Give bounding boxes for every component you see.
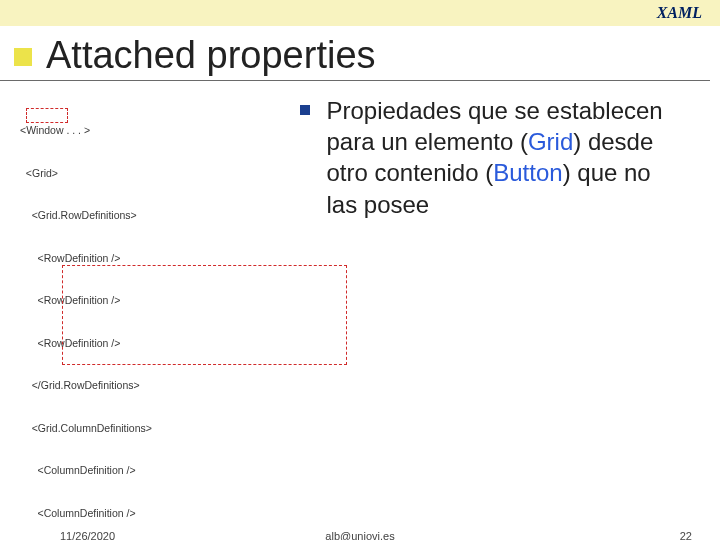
footer-page-number: 22 [680,530,692,540]
blue-word-grid: Grid [528,128,573,155]
code-line: <ColumnDefinition /> [20,506,383,520]
header-bar: XAML [0,0,720,26]
blue-word-button: Button [493,159,562,186]
title-bullet-icon [14,48,32,66]
code-line: <RowDefinition /> [20,251,383,265]
highlight-attached-props [62,265,347,365]
footer-email: alb@uniovi.es [325,530,394,540]
header-label: XAML [657,4,702,22]
bullet-paragraph: Propiedades que se establecen para un el… [300,95,700,220]
highlight-grid-element [26,108,68,123]
page-title: Attached properties [46,34,376,77]
bullet-text: Propiedades que se establecen para un el… [326,95,686,220]
code-line: <ColumnDefinition /> [20,463,383,477]
code-line: </Grid.RowDefinitions> [20,378,383,392]
footer-date: 11/26/2020 [60,530,115,540]
title-row: Attached properties [0,26,710,81]
square-bullet-icon [300,105,310,115]
code-line: <Grid.ColumnDefinitions> [20,421,383,435]
